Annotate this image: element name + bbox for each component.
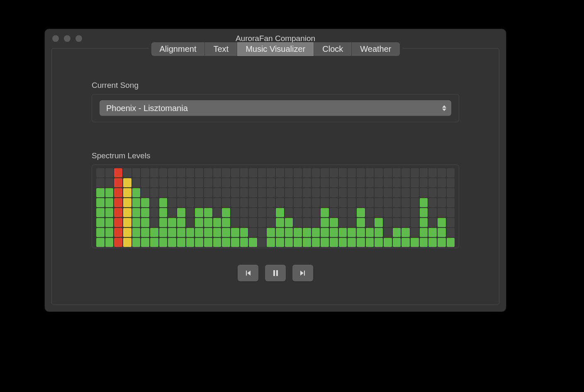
- spectrum-segment: [249, 208, 257, 217]
- spectrum-segment: [195, 208, 203, 217]
- spectrum-segment: [402, 238, 410, 247]
- tab-alignment[interactable]: Alignment: [151, 42, 205, 56]
- previous-track-button[interactable]: [238, 265, 258, 281]
- spectrum-segment: [240, 238, 248, 247]
- spectrum-segment: [393, 218, 401, 227]
- spectrum-segment: [420, 208, 428, 217]
- spectrum-bar: [132, 168, 141, 247]
- spectrum-levels-label: Spectrum Levels: [92, 151, 459, 160]
- tab-clock[interactable]: Clock: [314, 42, 352, 56]
- spectrum-segment: [267, 238, 275, 247]
- spectrum-segment: [402, 198, 410, 207]
- spectrum-segment: [285, 228, 293, 237]
- spectrum-segment: [132, 178, 141, 187]
- tab-music-visualizer[interactable]: Music Visualizer: [237, 42, 314, 56]
- spectrum-segment: [123, 218, 131, 227]
- app-window: AuroraFan Companion AlignmentTextMusic V…: [45, 29, 506, 312]
- spectrum-segment: [276, 168, 284, 177]
- spectrum-segment: [438, 238, 446, 247]
- spectrum-segment: [285, 178, 293, 187]
- spectrum-segment: [267, 168, 275, 177]
- spectrum-segment: [150, 198, 158, 207]
- spectrum-segment: [114, 238, 122, 247]
- spectrum-segment: [213, 218, 221, 227]
- spectrum-segment: [285, 208, 293, 217]
- spectrum-segment: [330, 218, 338, 227]
- spectrum-bar: [357, 168, 365, 247]
- spectrum-segment: [96, 238, 105, 247]
- skip-previous-icon: [245, 270, 251, 276]
- spectrum-segment: [339, 238, 347, 247]
- current-song-select[interactable]: Phoenix - Lisztomania: [100, 100, 451, 116]
- spectrum-segment: [141, 178, 149, 187]
- spectrum-segment: [123, 198, 131, 207]
- spectrum-segment: [330, 238, 338, 247]
- tab-weather[interactable]: Weather: [352, 42, 399, 56]
- spectrum-segment: [447, 198, 455, 207]
- spectrum-segment: [186, 228, 195, 237]
- minimize-window-button[interactable]: [64, 35, 71, 42]
- spectrum-segment: [428, 188, 437, 197]
- pause-icon: [273, 270, 278, 276]
- spectrum-segment: [141, 198, 149, 207]
- spectrum-bar: [240, 168, 248, 247]
- zoom-window-button[interactable]: [75, 35, 82, 42]
- spectrum-segment: [114, 178, 122, 187]
- pause-button[interactable]: [265, 265, 286, 281]
- spectrum-segment: [428, 208, 437, 217]
- spectrum-segment: [321, 178, 329, 187]
- spectrum-segment: [114, 198, 122, 207]
- spectrum-bar: [114, 168, 122, 247]
- spectrum-bar: [438, 168, 446, 247]
- close-window-button[interactable]: [52, 35, 59, 42]
- spectrum-bar: [96, 168, 105, 247]
- spectrum-segment: [393, 198, 401, 207]
- spectrum-segment: [249, 238, 257, 247]
- spectrum-segment: [150, 168, 158, 177]
- spectrum-segment: [402, 188, 410, 197]
- spectrum-segment: [420, 178, 428, 187]
- spectrum-segment: [159, 238, 168, 247]
- spectrum-segment: [141, 218, 149, 227]
- playback-controls: [92, 265, 459, 281]
- spectrum-segment: [186, 188, 195, 197]
- spectrum-bar: [402, 168, 410, 247]
- current-song-label: Current Song: [92, 81, 459, 90]
- svg-rect-0: [273, 270, 275, 276]
- spectrum-segment: [204, 198, 212, 207]
- spectrum-segment: [411, 218, 419, 227]
- spectrum-bar: [159, 168, 168, 247]
- spectrum-bar: [177, 168, 185, 247]
- spectrum-segment: [384, 228, 392, 237]
- spectrum-segment: [420, 168, 428, 177]
- spectrum-segment: [267, 178, 275, 187]
- tab-text[interactable]: Text: [205, 42, 237, 56]
- spectrum-visualizer: [96, 167, 455, 247]
- spectrum-segment: [312, 228, 320, 237]
- spectrum-segment: [258, 218, 266, 227]
- spectrum-segment: [195, 238, 203, 247]
- spectrum-segment: [105, 208, 114, 217]
- spectrum-segment: [276, 228, 284, 237]
- spectrum-bar: [267, 168, 275, 247]
- spectrum-bar: [312, 168, 320, 247]
- spectrum-segment: [105, 188, 114, 197]
- spectrum-bar: [186, 168, 195, 247]
- spectrum-segment: [168, 168, 176, 177]
- spectrum-segment: [366, 168, 374, 177]
- spectrum-bar: [123, 168, 131, 247]
- spectrum-segment: [321, 238, 329, 247]
- tab-label: Alignment: [160, 44, 197, 53]
- spectrum-box: [92, 165, 459, 248]
- spectrum-segment: [402, 168, 410, 177]
- spectrum-segment: [348, 168, 356, 177]
- spectrum-segment: [141, 228, 149, 237]
- spectrum-segment: [168, 218, 176, 227]
- spectrum-segment: [132, 188, 141, 197]
- spectrum-segment: [96, 218, 105, 227]
- spectrum-segment: [168, 208, 176, 217]
- spectrum-bar: [420, 168, 428, 247]
- spectrum-segment: [195, 218, 203, 227]
- next-track-button[interactable]: [292, 265, 313, 281]
- spectrum-segment: [177, 218, 185, 227]
